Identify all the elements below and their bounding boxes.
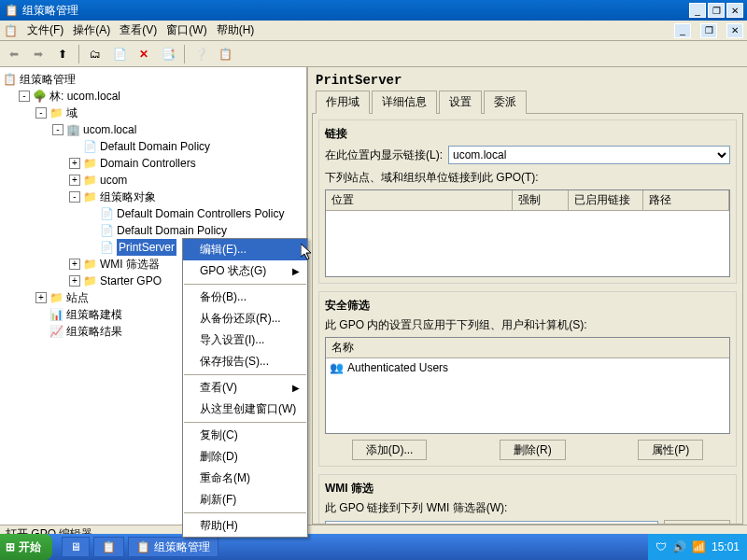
location-label: 在此位置内显示链接(L):	[325, 147, 443, 163]
starter-icon: 📁	[82, 273, 97, 288]
toggle-starter[interactable]: +	[69, 275, 80, 287]
toggle-forest[interactable]: -	[19, 91, 30, 102]
forest-icon: 🌳	[32, 89, 47, 104]
col-enforced[interactable]: 强制	[513, 190, 569, 210]
tree-gpobj[interactable]: 组策略对象	[100, 189, 156, 205]
delete-button[interactable]: ✕	[134, 44, 154, 64]
ctx-save[interactable]: 保存报告(S)...	[183, 351, 307, 372]
security-list[interactable]: 名称 👥 Authenticated Users	[325, 337, 730, 434]
chevron-right-icon: ▶	[292, 266, 300, 276]
app-icon: 📋	[136, 540, 150, 553]
toggle-domains[interactable]: -	[35, 107, 47, 119]
ctx-new-window[interactable]: 从这里创建窗口(W)	[183, 399, 307, 420]
menu-file[interactable]: 文件(F)	[27, 22, 63, 38]
system-menu-icon[interactable]: 📋	[4, 24, 18, 37]
minimize-button[interactable]: _	[689, 3, 706, 18]
ctx-edit[interactable]: 编辑(E)...	[183, 239, 307, 260]
list-item[interactable]: 👥 Authenticated Users	[328, 360, 727, 375]
tab-scope[interactable]: 作用域	[316, 91, 370, 114]
maximize-button[interactable]: ❐	[708, 3, 725, 18]
ctx-help[interactable]: 帮助(H)	[183, 515, 307, 537]
tree-wmi[interactable]: WMI 筛选器	[100, 256, 160, 273]
tree-starter[interactable]: Starter GPO	[100, 273, 162, 289]
tree-dc[interactable]: Domain Controllers	[100, 155, 196, 172]
up-button[interactable]: ⬆	[52, 44, 73, 64]
tab-strip: 作用域 详细信息 设置 委派	[312, 90, 743, 114]
toggle-wmi[interactable]: +	[69, 259, 80, 270]
location-select[interactable]: ucom.local	[448, 146, 730, 164]
toggle-gpobj[interactable]: -	[69, 191, 80, 203]
ctx-refresh[interactable]: 刷新(F)	[183, 489, 307, 511]
wmi-heading: WMI 筛选	[325, 481, 730, 497]
mdi-close[interactable]: ✕	[726, 23, 743, 38]
toggle-domain[interactable]: -	[52, 124, 63, 135]
taskbar-app[interactable]: 📋 组策略管理	[128, 537, 218, 557]
tree-forest[interactable]: 林: ucom.local	[49, 88, 120, 105]
col-enabled[interactable]: 已启用链接	[569, 190, 643, 210]
ctx-restore[interactable]: 从备份还原(R)...	[183, 308, 307, 329]
tray-icon[interactable]: 🔊	[672, 540, 686, 553]
ctx-import[interactable]: 导入设置(I)...	[183, 329, 307, 351]
system-tray[interactable]: 🛡 🔊 📶 15:01	[648, 534, 747, 560]
open-button[interactable]: 打开(O)	[664, 520, 730, 525]
tree-domain[interactable]: ucom.local	[83, 121, 136, 138]
tab-delegation[interactable]: 委派	[484, 91, 527, 114]
tree-results[interactable]: 组策略结果	[66, 323, 122, 340]
add-button[interactable]: 添加(D)...	[352, 440, 428, 460]
options-button[interactable]: 📋	[215, 44, 235, 64]
mdi-restore[interactable]: ❐	[700, 23, 717, 38]
ctx-rename[interactable]: 重命名(M)	[183, 468, 307, 489]
app-icon: 📋	[4, 3, 19, 18]
toggle-sites[interactable]: +	[35, 292, 47, 303]
tree-printserver[interactable]: PrintServer	[117, 239, 176, 256]
close-button[interactable]: ✕	[726, 3, 743, 18]
tree-sites[interactable]: 站点	[66, 289, 89, 306]
tree-domains[interactable]: 域	[66, 105, 78, 121]
wmi-select[interactable]: <无>	[325, 521, 658, 525]
tree-ddp2[interactable]: Default Domain Policy	[117, 222, 227, 239]
toggle-ucom[interactable]: +	[69, 175, 80, 186]
gpo-icon: 📄	[99, 206, 114, 221]
col-location[interactable]: 位置	[326, 190, 513, 210]
tree-modeling[interactable]: 组策略建模	[66, 306, 122, 323]
menu-window[interactable]: 窗口(W)	[166, 22, 206, 38]
menu-help[interactable]: 帮助(H)	[217, 22, 255, 38]
tab-details[interactable]: 详细信息	[372, 91, 437, 114]
show-hide-tree-button[interactable]: 🗂	[85, 44, 106, 64]
ou-icon: 📁	[82, 156, 97, 171]
ctx-delete[interactable]: 删除(D)	[183, 446, 307, 468]
tray-icon[interactable]: 🛡	[655, 540, 667, 553]
export-button[interactable]: 📑	[158, 44, 178, 64]
properties-button[interactable]: 属性(P)	[638, 440, 703, 460]
clock[interactable]: 15:01	[712, 540, 740, 553]
tree-root[interactable]: 组策略管理	[20, 71, 76, 88]
back-button: ⬅	[4, 44, 24, 64]
menu-action[interactable]: 操作(A)	[73, 22, 110, 38]
col-path[interactable]: 路径	[643, 190, 729, 210]
menu-view[interactable]: 查看(V)	[120, 22, 157, 38]
domain-icon: 🏢	[65, 122, 80, 137]
links-grid[interactable]: 位置 强制 已启用链接 路径	[325, 189, 730, 277]
tray-icon[interactable]: 📶	[692, 540, 706, 553]
quick-launch-icon[interactable]: 🖥	[62, 537, 90, 557]
ctx-copy[interactable]: 复制(C)	[183, 425, 307, 446]
tree-ddcp[interactable]: Default Domain Controllers Policy	[117, 205, 284, 222]
ctx-gpo-status[interactable]: GPO 状态(G)▶	[183, 260, 307, 282]
toggle-dc[interactable]: +	[69, 158, 80, 169]
properties-button[interactable]: 📄	[109, 44, 130, 64]
ou-icon: 📁	[82, 173, 97, 188]
ctx-backup[interactable]: 备份(B)...	[183, 287, 307, 308]
links-heading: 链接	[325, 126, 730, 142]
window-title: 组策略管理	[22, 3, 78, 19]
tree-ddp[interactable]: Default Domain Policy	[100, 138, 210, 155]
ctx-view[interactable]: 查看(V)▶	[183, 377, 307, 399]
remove-button[interactable]: 删除(R)	[500, 440, 566, 460]
tree-ucom[interactable]: ucom	[100, 172, 127, 189]
start-button[interactable]: ⊞ 开始	[0, 534, 52, 560]
help-button[interactable]: ❔	[190, 44, 211, 64]
tab-settings[interactable]: 设置	[439, 91, 482, 114]
col-name[interactable]: 名称	[326, 338, 729, 358]
quick-launch-icon[interactable]: 📋	[93, 537, 124, 557]
security-group: 安全筛选 此 GPO 内的设置只应用于下列组、用户和计算机(S): 名称 👥 A…	[318, 291, 737, 467]
mdi-minimize[interactable]: _	[674, 23, 691, 38]
